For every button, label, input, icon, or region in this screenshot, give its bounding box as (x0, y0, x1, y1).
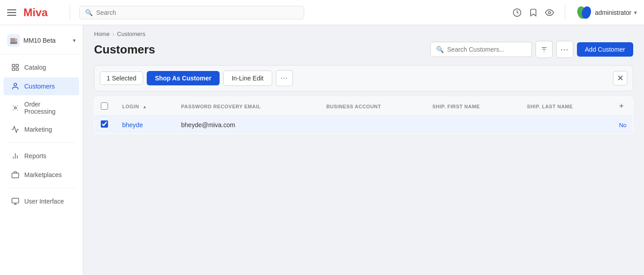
sidebar-item-marketplaces[interactable]: Marketplaces (4, 166, 79, 184)
table-row: bheyde bheyde@miva.com (95, 116, 633, 134)
nav-divider-2 (7, 188, 76, 188)
row-login-cell: bheyde (116, 116, 175, 134)
svg-rect-14 (12, 173, 19, 178)
row-extra-cell: No (612, 116, 633, 134)
search-icon: 🔍 (85, 9, 93, 16)
eye-icon[interactable] (545, 8, 554, 17)
customers-icon (11, 82, 20, 91)
row-business-cell (320, 116, 426, 134)
breadcrumb-home[interactable]: Home (94, 31, 110, 37)
svg-rect-15 (12, 198, 19, 203)
sidebar-item-catalog[interactable]: Catalog (4, 58, 79, 76)
toolbar-inner: 1 Selected Shop As Customer In-Line Edit… (94, 65, 633, 91)
avatar (576, 4, 592, 21)
inline-edit-button[interactable]: In-Line Edit (223, 71, 272, 86)
user-chevron-icon: ▾ (634, 9, 637, 16)
shop-as-customer-button[interactable]: Shop As Customer (147, 71, 220, 85)
sidebar-item-customers[interactable]: Customers (4, 77, 79, 95)
svg-rect-8 (12, 68, 14, 71)
miva-logo: Miva (23, 6, 57, 19)
ship-first-name-header-label: SHIP. FIRST NAME (432, 104, 480, 109)
ship-first-name-column-header[interactable]: SHIP. FIRST NAME (426, 97, 521, 116)
select-all-header (95, 97, 116, 116)
row-email-cell: bheyde@miva.com (175, 116, 320, 134)
catalog-icon (11, 63, 20, 72)
user-interface-icon (11, 197, 20, 206)
customer-login-link[interactable]: bheyde (122, 121, 143, 129)
customer-extra: No (619, 122, 626, 129)
toolbar-more-button[interactable]: ··· (276, 70, 293, 86)
global-search-input[interactable] (96, 9, 298, 16)
search-customers-icon: 🔍 (436, 46, 444, 53)
global-search[interactable]: 🔍 (79, 6, 304, 19)
add-column-header[interactable]: + (612, 97, 633, 116)
page-header-actions: 🔍 ··· Add Customer (430, 41, 633, 58)
row-ship-last-name-cell (521, 116, 613, 134)
ship-last-name-header-label: SHIP. LAST NAME (527, 104, 573, 109)
catalog-label: Catalog (24, 64, 46, 71)
reports-icon (11, 151, 20, 160)
row-checkbox-cell (95, 116, 116, 134)
breadcrumb: Home › Customers (83, 25, 644, 37)
bookmark-icon[interactable] (529, 8, 538, 17)
svg-point-9 (14, 83, 17, 86)
customers-table-container: LOGIN ▲ PASSWORD RECOVERY EMAIL BUSINESS… (83, 91, 644, 275)
select-all-checkbox[interactable] (101, 102, 108, 110)
svg-rect-5 (12, 64, 14, 67)
topbar-actions: administrator ▾ (513, 4, 637, 21)
sidebar-item-order-processing[interactable]: Order Processing (4, 96, 79, 120)
login-column-header[interactable]: LOGIN ▲ (116, 97, 175, 116)
password-recovery-email-column-header[interactable]: PASSWORD RECOVERY EMAIL (175, 97, 320, 116)
marketplaces-label: Marketplaces (24, 171, 62, 178)
menu-toggle[interactable] (7, 9, 16, 16)
topbar-divider (70, 5, 70, 20)
filter-button[interactable] (536, 41, 553, 58)
topbar: Miva 🔍 administrator ▾ (0, 0, 644, 25)
user-interface-label: User Interface (24, 198, 64, 205)
username-label: administrator (595, 9, 631, 16)
row-ship-first-name-cell (426, 116, 521, 134)
history-icon[interactable] (513, 8, 522, 17)
breadcrumb-current: Customers (117, 31, 145, 37)
topbar-divider-2 (565, 5, 565, 20)
toolbar-close-button[interactable]: ✕ (613, 71, 627, 85)
selected-badge: 1 Selected (100, 71, 143, 85)
svg-text:Miva: Miva (23, 6, 48, 18)
row-checkbox[interactable] (101, 120, 108, 128)
sidebar-item-reports[interactable]: Reports (4, 147, 79, 165)
customers-label: Customers (24, 83, 55, 90)
svg-point-2 (549, 11, 551, 13)
business-account-column-header[interactable]: BUSINESS ACCOUNT (320, 97, 426, 116)
ship-last-name-column-header[interactable]: SHIP. LAST NAME (521, 97, 613, 116)
nav-divider-1 (7, 142, 76, 143)
more-options-button[interactable]: ··· (556, 41, 573, 58)
sidebar-item-user-interface[interactable]: User Interface (4, 192, 79, 210)
page-title: Customers (94, 43, 155, 57)
store-selector[interactable]: 🏬 MM10 Beta ▾ (0, 31, 83, 54)
sidebar: 🏬 MM10 Beta ▾ Catalog Customers Order Pr… (0, 25, 83, 275)
search-customers-input[interactable] (447, 46, 526, 53)
marketplaces-icon (11, 170, 20, 179)
main-content: Home › Customers Customers 🔍 ··· Add Cus… (83, 25, 644, 275)
svg-rect-7 (16, 68, 18, 71)
login-header-label: LOGIN (122, 104, 139, 109)
add-column-button[interactable]: + (619, 102, 624, 111)
store-icon: 🏬 (7, 34, 20, 47)
search-customers-box[interactable]: 🔍 (430, 42, 532, 57)
add-customer-button[interactable]: Add Customer (577, 42, 633, 57)
password-recovery-email-header-label: PASSWORD RECOVERY EMAIL (181, 104, 261, 109)
reports-label: Reports (24, 152, 46, 160)
business-account-header-label: BUSINESS ACCOUNT (326, 104, 381, 109)
store-name: MM10 Beta (23, 37, 69, 44)
customer-email: bheyde@miva.com (181, 121, 235, 129)
svg-point-10 (14, 107, 17, 109)
action-toolbar: 1 Selected Shop As Customer In-Line Edit… (83, 65, 644, 91)
order-processing-label: Order Processing (24, 101, 72, 115)
order-processing-icon (11, 103, 20, 112)
customers-table: LOGIN ▲ PASSWORD RECOVERY EMAIL BUSINESS… (94, 97, 633, 134)
user-menu[interactable]: administrator ▾ (576, 4, 637, 21)
breadcrumb-separator: › (113, 31, 114, 37)
page-header: Customers 🔍 ··· Add Customer (83, 37, 644, 65)
login-sort-icon: ▲ (142, 104, 147, 109)
sidebar-item-marketing[interactable]: Marketing (4, 120, 79, 138)
